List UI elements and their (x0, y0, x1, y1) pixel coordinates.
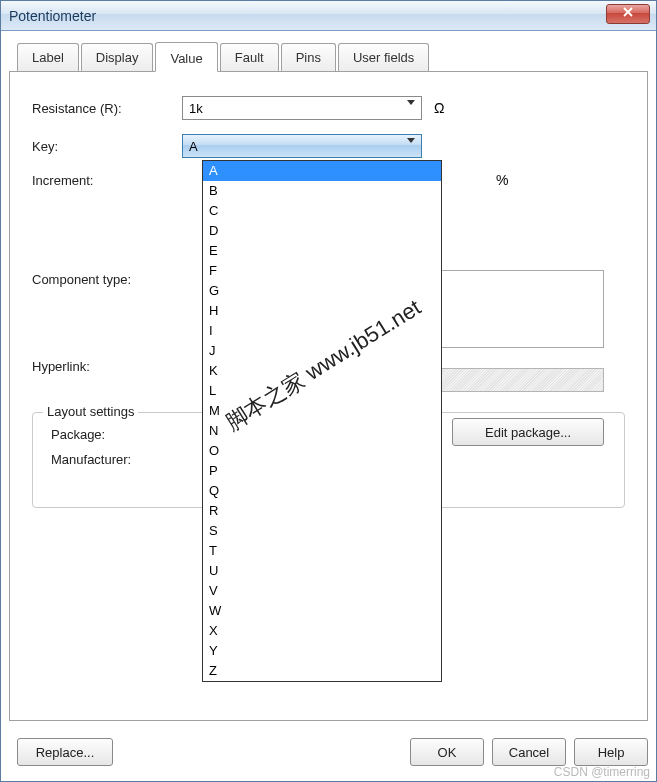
increment-unit: % (496, 172, 508, 188)
key-option[interactable]: O (203, 441, 441, 461)
key-option[interactable]: Z (203, 661, 441, 681)
resistance-unit: Ω (434, 100, 444, 116)
key-option[interactable]: X (203, 621, 441, 641)
key-option[interactable]: W (203, 601, 441, 621)
tab-display[interactable]: Display (81, 43, 154, 72)
edit-package-button[interactable]: Edit package... (452, 418, 604, 446)
key-option[interactable]: U (203, 561, 441, 581)
key-option[interactable]: D (203, 221, 441, 241)
resistance-label: Resistance (R): (32, 101, 182, 116)
key-option[interactable]: E (203, 241, 441, 261)
close-icon (623, 5, 633, 20)
tab-fault[interactable]: Fault (220, 43, 279, 72)
key-option[interactable]: G (203, 281, 441, 301)
package-label: Package: (51, 427, 181, 442)
tab-label[interactable]: Label (17, 43, 79, 72)
content-area: Label Display Value Fault Pins User fiel… (9, 41, 648, 721)
key-option[interactable]: K (203, 361, 441, 381)
chevron-down-icon (407, 143, 415, 158)
key-option[interactable]: V (203, 581, 441, 601)
close-button[interactable] (606, 4, 650, 24)
dialog-button-bar: Replace... OK Cancel Help (9, 735, 648, 769)
manufacturer-label: Manufacturer: (51, 452, 181, 467)
key-option[interactable]: J (203, 341, 441, 361)
key-option[interactable]: B (203, 181, 441, 201)
key-option[interactable]: R (203, 501, 441, 521)
csdn-watermark: CSDN @timerring (554, 765, 650, 779)
key-option[interactable]: S (203, 521, 441, 541)
window-title: Potentiometer (9, 8, 96, 24)
key-value: A (189, 139, 198, 154)
tab-pins[interactable]: Pins (281, 43, 336, 72)
tab-value[interactable]: Value (155, 42, 217, 72)
key-option[interactable]: Q (203, 481, 441, 501)
key-option[interactable]: H (203, 301, 441, 321)
dialog-window: Potentiometer Label Display Value Fault … (0, 0, 657, 782)
tabpanel-value: Resistance (R): 1k Ω Key: A Increment: % (9, 71, 648, 721)
key-option[interactable]: P (203, 461, 441, 481)
key-option[interactable]: M (203, 401, 441, 421)
layout-settings-legend: Layout settings (43, 404, 138, 419)
key-combo[interactable]: A (182, 134, 422, 158)
key-option[interactable]: Y (203, 641, 441, 661)
key-option[interactable]: N (203, 421, 441, 441)
key-option[interactable]: A (203, 161, 441, 181)
tab-strip: Label Display Value Fault Pins User fiel… (17, 41, 648, 70)
component-type-label: Component type: (32, 272, 182, 287)
key-option[interactable]: T (203, 541, 441, 561)
resistance-value: 1k (189, 101, 203, 116)
help-button[interactable]: Help (574, 738, 648, 766)
resistance-combo[interactable]: 1k (182, 96, 422, 120)
row-resistance: Resistance (R): 1k Ω (32, 96, 625, 120)
tab-user-fields[interactable]: User fields (338, 43, 429, 72)
key-dropdown-list[interactable]: ABCDEFGHIJKLMNOPQRSTUVWXYZ (202, 160, 442, 682)
replace-button[interactable]: Replace... (17, 738, 113, 766)
increment-label: Increment: (32, 173, 182, 188)
chevron-down-icon (407, 105, 415, 120)
hyperlink-label: Hyperlink: (32, 359, 182, 374)
key-label: Key: (32, 139, 182, 154)
cancel-button[interactable]: Cancel (492, 738, 566, 766)
key-option[interactable]: L (203, 381, 441, 401)
ok-button[interactable]: OK (410, 738, 484, 766)
key-option[interactable]: I (203, 321, 441, 341)
titlebar: Potentiometer (1, 1, 656, 31)
row-key: Key: A (32, 134, 625, 158)
key-option[interactable]: C (203, 201, 441, 221)
key-option[interactable]: F (203, 261, 441, 281)
